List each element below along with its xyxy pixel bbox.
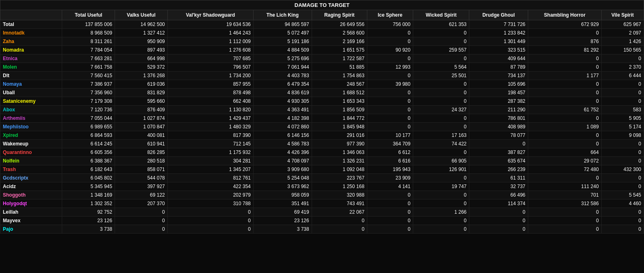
data-cell-1: 1 070 847 xyxy=(115,123,168,131)
data-cell-0: 7 120 736 xyxy=(62,106,115,114)
data-cell-3: 23 126 xyxy=(254,217,312,225)
data-cell-0: 92 752 xyxy=(62,208,115,217)
table-row: Shoggoth1 348 16969 122202 979958 059320… xyxy=(0,191,644,199)
data-cell-1: 1 376 268 xyxy=(115,72,168,80)
data-cell-7: 635 674 xyxy=(469,157,528,165)
data-cell-2: 812 761 xyxy=(167,174,253,182)
col-wicked-spirit: Wicked Spirit xyxy=(413,10,469,20)
data-cell-4: 291 016 xyxy=(312,131,367,140)
player-name: Arthemiis xyxy=(0,114,62,123)
data-cell-5: 23 909 xyxy=(367,174,413,182)
table-row: Arthemiis7 055 0441 027 8741 429 4374 18… xyxy=(0,114,644,123)
player-name: Mayvex xyxy=(0,217,62,225)
data-cell-1: 595 660 xyxy=(115,97,168,106)
table-row: Nomadra7 784 054897 4931 276 6084 884 50… xyxy=(0,46,644,54)
data-cell-6: 0 xyxy=(413,37,469,46)
header-row: Total Useful Valks Useful Val'kyr Shadow… xyxy=(0,10,644,20)
data-cell-4: 22 067 xyxy=(312,208,367,217)
data-cell-7: 78 077 xyxy=(469,131,528,140)
data-cell-3: 6 146 156 xyxy=(254,131,312,140)
data-cell-5: 0 xyxy=(367,191,413,199)
data-cell-6: 0 xyxy=(413,114,469,123)
table-row: Xpired6 864 593400 081817 3906 146 15629… xyxy=(0,131,644,140)
data-cell-9: 5 174 xyxy=(601,123,644,131)
data-cell-3: 4 426 396 xyxy=(254,148,312,157)
data-cell-1: 397 927 xyxy=(115,182,168,191)
data-cell-5: 0 xyxy=(367,199,413,208)
data-cell-0: 5 345 945 xyxy=(62,182,115,191)
data-cell-6: 0 xyxy=(413,54,469,63)
data-cell-5: 195 943 xyxy=(367,165,413,174)
data-cell-2: 1 464 243 xyxy=(167,29,253,37)
data-cell-3: 351 491 xyxy=(254,199,312,208)
data-cell-3: 5 072 497 xyxy=(254,29,312,37)
data-cell-3: 3 738 xyxy=(254,225,312,234)
total-cell-6: 621 353 xyxy=(413,20,469,29)
data-cell-5: 39 980 xyxy=(367,80,413,89)
table-row: Trash6 182 643858 0711 345 2073 909 6801… xyxy=(0,165,644,174)
table-row: Molen7 661 758529 372796 5077 061 94451 … xyxy=(0,63,644,72)
data-cell-4: 1 092 048 xyxy=(312,165,367,174)
data-cell-3: 4 836 619 xyxy=(254,89,312,97)
data-cell-9: 0 xyxy=(601,182,644,191)
data-cell-6: 0 xyxy=(413,225,469,234)
data-cell-4: 0 xyxy=(312,217,367,225)
data-cell-1: 400 081 xyxy=(115,131,168,140)
data-cell-7: 32 737 xyxy=(469,182,528,191)
data-cell-8: 0 xyxy=(528,217,602,225)
data-cell-2: 1 130 820 xyxy=(167,106,253,114)
player-name: Molen xyxy=(0,63,62,72)
data-cell-5: 364 709 xyxy=(367,140,413,148)
data-cell-4: 1 250 168 xyxy=(312,182,367,191)
data-cell-3: 4 403 783 xyxy=(254,72,312,80)
data-cell-7: 61 311 xyxy=(469,174,528,182)
data-cell-6: 5 564 xyxy=(413,63,469,72)
data-cell-3: 6 479 354 xyxy=(254,80,312,89)
data-cell-3: 7 061 944 xyxy=(254,63,312,72)
col-lich-king: The Lich King xyxy=(254,10,312,20)
col-drudge-ghoul: Drudge Ghoul xyxy=(469,10,528,20)
table-row: Acidz5 345 945397 927422 3543 673 9621 2… xyxy=(0,182,644,191)
data-cell-7: 1 233 842 xyxy=(469,29,528,37)
data-cell-7: 0 xyxy=(469,208,528,217)
data-cell-7: 408 989 xyxy=(469,123,528,131)
total-cell-4: 26 649 556 xyxy=(312,20,367,29)
data-cell-2: 202 979 xyxy=(167,191,253,199)
data-cell-4: 223 767 xyxy=(312,174,367,182)
player-name: Abox xyxy=(0,106,62,114)
data-cell-9: 5 905 xyxy=(601,114,644,123)
data-cell-3: 4 586 783 xyxy=(254,140,312,148)
data-cell-1: 0 xyxy=(115,217,168,225)
data-cell-9: 0 xyxy=(601,140,644,148)
data-cell-1: 619 036 xyxy=(115,80,168,89)
data-cell-1: 1 327 412 xyxy=(115,29,168,37)
data-cell-3: 4 072 860 xyxy=(254,123,312,131)
data-cell-0: 23 126 xyxy=(62,217,115,225)
data-cell-0: 1 302 352 xyxy=(62,199,115,208)
data-cell-7: 211 290 xyxy=(469,106,528,114)
data-cell-1: 69 122 xyxy=(115,191,168,199)
data-cell-0: 6 989 655 xyxy=(62,123,115,131)
data-cell-1: 529 372 xyxy=(115,63,168,72)
data-cell-5: 0 xyxy=(367,208,413,217)
data-cell-0: 7 784 054 xyxy=(62,46,115,54)
data-cell-0: 6 605 356 xyxy=(62,148,115,157)
data-cell-2: 1 276 608 xyxy=(167,46,253,54)
data-cell-0: 7 386 937 xyxy=(62,80,115,89)
player-name: Xpired xyxy=(0,131,62,140)
data-cell-7: 786 801 xyxy=(469,114,528,123)
data-cell-2: 0 xyxy=(167,225,253,234)
data-cell-4: 0 xyxy=(312,225,367,234)
data-cell-2: 310 788 xyxy=(167,199,253,208)
data-cell-0: 6 388 367 xyxy=(62,157,115,165)
data-cell-0: 6 614 245 xyxy=(62,140,115,148)
data-cell-7: 0 xyxy=(469,140,528,148)
data-cell-7: 734 137 xyxy=(469,72,528,80)
data-cell-1: 664 998 xyxy=(115,54,168,63)
player-name: Wakemeup xyxy=(0,140,62,148)
data-cell-1: 207 370 xyxy=(115,199,168,208)
data-cell-8: 1 177 xyxy=(528,72,602,80)
player-name: Gcdscriptx xyxy=(0,174,62,182)
data-cell-4: 1 651 575 xyxy=(312,46,367,54)
data-cell-7: 0 xyxy=(469,225,528,234)
